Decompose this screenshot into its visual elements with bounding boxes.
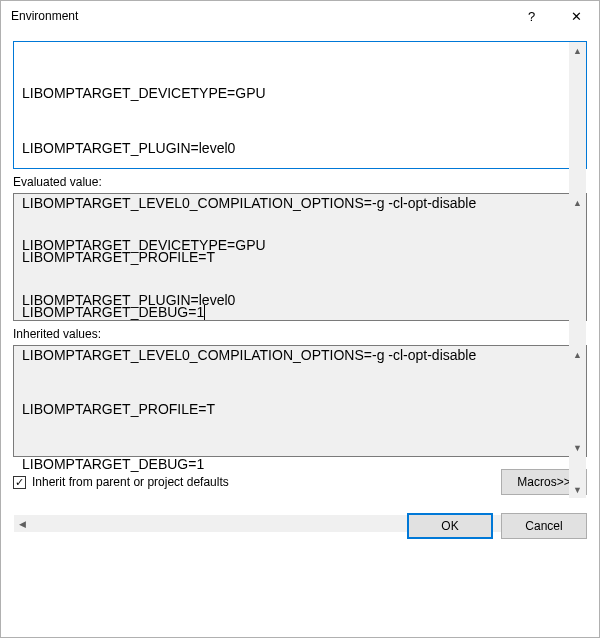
env-line: LIBOMPTARGET_PLUGIN=level0 bbox=[22, 139, 578, 157]
evaluated-value-textbox: LIBOMPTARGET_DEVICETYPE=GPU LIBOMPTARGET… bbox=[13, 193, 587, 321]
titlebar: Environment ? ✕ bbox=[1, 1, 599, 31]
help-icon: ? bbox=[528, 9, 535, 24]
scroll-up-icon[interactable]: ▲ bbox=[569, 194, 586, 211]
eval-line: LIBOMPTARGET_DEBUG=1 bbox=[22, 455, 578, 473]
close-button[interactable]: ✕ bbox=[554, 1, 599, 31]
environment-textbox[interactable]: LIBOMPTARGET_DEVICETYPE=GPU LIBOMPTARGET… bbox=[13, 41, 587, 169]
environment-dialog: Environment ? ✕ LIBOMPTARGET_DEVICETYPE=… bbox=[0, 0, 600, 638]
scroll-down-icon[interactable]: ▼ bbox=[569, 481, 586, 498]
window-title: Environment bbox=[11, 9, 509, 23]
vertical-scrollbar[interactable]: ▲ ▼ bbox=[569, 346, 586, 456]
cancel-button[interactable]: Cancel bbox=[501, 513, 587, 539]
ok-button[interactable]: OK bbox=[407, 513, 493, 539]
scroll-up-icon[interactable]: ▲ bbox=[569, 346, 586, 363]
help-button[interactable]: ? bbox=[509, 1, 554, 31]
scroll-down-icon[interactable]: ▼ bbox=[569, 439, 586, 456]
inherited-text-area bbox=[14, 346, 586, 456]
scroll-up-icon[interactable]: ▲ bbox=[569, 42, 586, 59]
dialog-content: LIBOMPTARGET_DEVICETYPE=GPU LIBOMPTARGET… bbox=[1, 31, 599, 637]
dialog-buttons: OK Cancel bbox=[13, 513, 587, 539]
eval-line: LIBOMPTARGET_DEVICETYPE=GPU bbox=[22, 236, 578, 254]
inherited-values-textbox: ▲ ▼ bbox=[13, 345, 587, 457]
env-line: LIBOMPTARGET_DEVICETYPE=GPU bbox=[22, 84, 578, 102]
eval-line: LIBOMPTARGET_PLUGIN=level0 bbox=[22, 291, 578, 309]
close-icon: ✕ bbox=[571, 9, 582, 24]
